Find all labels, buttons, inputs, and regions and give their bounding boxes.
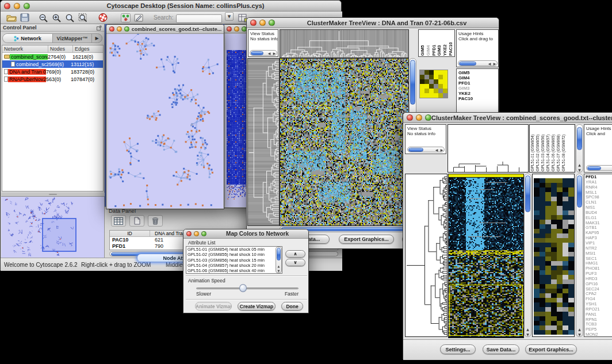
open-file-icon[interactable] bbox=[6, 13, 17, 22]
treeview2-titlebar[interactable]: ClusterMaker TreeView : combined_scores_… bbox=[403, 113, 612, 123]
tab-network[interactable]: Network bbox=[3, 34, 53, 43]
network-view-icon[interactable] bbox=[121, 13, 131, 22]
treeview2-status-hscrollbar[interactable]: ◀ ▶ bbox=[407, 147, 445, 152]
treeview2-column-dendrogram[interactable] bbox=[447, 124, 529, 173]
attribute-item[interactable]: GPL51-02 (GSM855) heat shock 10 min bbox=[186, 252, 282, 257]
column-label[interactable]: PAC10 bbox=[448, 30, 453, 56]
new-document-icon[interactable] bbox=[129, 215, 144, 227]
zoom-window-icon[interactable] bbox=[124, 26, 129, 32]
network-table-header[interactable]: Network Nodes Edges bbox=[2, 45, 103, 53]
treeview1-heatmap[interactable] bbox=[280, 58, 409, 226]
network-window-titlebar[interactable]: combined_scores_good.txt--cluste... bbox=[106, 25, 224, 34]
close-icon[interactable] bbox=[109, 26, 114, 32]
close-icon[interactable] bbox=[4, 3, 10, 9]
column-label[interactable]: GIM5 bbox=[420, 30, 425, 56]
animate-vizmap-button[interactable]: Animate Vizmap bbox=[195, 302, 232, 311]
attr-col-id[interactable]: ID bbox=[110, 231, 150, 236]
zoom-window-icon[interactable] bbox=[24, 3, 30, 9]
array-label[interactable]: GPL51-07 (GSM868) bbox=[556, 125, 561, 171]
zoom-window-icon[interactable] bbox=[269, 20, 275, 26]
minimize-icon[interactable] bbox=[14, 3, 20, 9]
tab-vizmapper[interactable]: VizMapper™ bbox=[53, 34, 91, 43]
minimize-icon[interactable] bbox=[259, 20, 266, 26]
network-table-row[interactable]: RNAPuberNov2+| 563(0) 107847(0) bbox=[2, 75, 103, 83]
column-label[interactable]: YKE2 bbox=[442, 30, 447, 56]
attribute-item[interactable]: GPL51-01 (GSM854) heat shock 05 min bbox=[186, 247, 282, 252]
treeview2-heatmap-vscrollbar[interactable]: ▲ ▼ bbox=[524, 174, 531, 337]
minimize-icon[interactable] bbox=[234, 26, 239, 32]
attribute-item[interactable]: GPL51-07 (GSM868) heat shock 60 min bbox=[186, 273, 282, 274]
column-label[interactable]: GIM4 bbox=[426, 30, 431, 56]
gene-label[interactable]: GIM3 bbox=[458, 86, 498, 91]
treeview1-status-hscrollbar[interactable]: ◀ ▶ bbox=[250, 50, 277, 56]
speed-slider-thumb[interactable] bbox=[239, 284, 247, 292]
column-label[interactable]: PFD1 bbox=[431, 30, 437, 56]
help-lifesaver-icon[interactable] bbox=[98, 13, 108, 22]
treeview1-column-dendrogram[interactable] bbox=[280, 29, 409, 58]
table-icon[interactable] bbox=[111, 215, 126, 227]
move-down-button[interactable]: ∨ bbox=[285, 259, 305, 266]
gene-label[interactable]: YKE2 bbox=[458, 91, 498, 96]
annotation-icon[interactable] bbox=[134, 13, 144, 22]
array-label[interactable]: GPL51-08 (GSM872) bbox=[561, 125, 567, 171]
chevron-down-icon[interactable]: ▼ bbox=[225, 12, 234, 21]
attribute-item[interactable]: GPL51-06 (GSM865) heat shock 40 min bbox=[186, 268, 282, 273]
network-canvas[interactable] bbox=[108, 34, 223, 208]
main-titlebar[interactable]: Cytoscape Desktop (Session Name: collins… bbox=[1, 1, 341, 12]
network-table-row[interactable]: DNA and Tran 07 769(0) 183728(0) bbox=[2, 68, 103, 75]
minimize-icon[interactable] bbox=[117, 26, 122, 32]
zoom-out-icon[interactable] bbox=[39, 13, 48, 22]
treeview2-row-dendrogram[interactable] bbox=[405, 174, 447, 337]
search-input[interactable]: ▼ bbox=[176, 12, 233, 23]
treeview1-usage-hscrollbar[interactable]: ◀ ▶ bbox=[458, 60, 498, 66]
close-icon[interactable] bbox=[186, 231, 192, 236]
birdseye-canvas[interactable] bbox=[1, 197, 104, 258]
treeview1-global-zoom-map[interactable] bbox=[419, 70, 448, 98]
gene-label[interactable]: PFD1 bbox=[458, 81, 498, 86]
settings-button[interactable]: Settings... bbox=[440, 344, 476, 354]
attribute-item[interactable]: GPL51-04 (GSM857) heat shock 20 min bbox=[186, 263, 282, 268]
array-label[interactable]: GPL51-01 (GSM854) bbox=[530, 125, 536, 171]
array-label[interactable]: GPL51-06 (GSM865) bbox=[551, 125, 556, 171]
attribute-list[interactable]: GPL51-01 (GSM854) heat shock 05 minGPL51… bbox=[186, 246, 282, 274]
birdseye-view[interactable] bbox=[1, 196, 104, 258]
network-table-row[interactable]: combined_sco 2569(6) 13112(15) bbox=[2, 60, 103, 68]
treeview2-zoom-vscrollbar[interactable]: ▲ ▼ bbox=[576, 174, 583, 337]
float-panel-icon[interactable] bbox=[97, 22, 102, 33]
attribute-list-vscrollbar[interactable]: ▲ ▼ bbox=[276, 247, 282, 273]
save-icon[interactable] bbox=[20, 13, 29, 22]
move-up-button[interactable]: ∧ bbox=[285, 250, 305, 258]
zoom-window-icon[interactable] bbox=[201, 231, 206, 236]
close-icon[interactable] bbox=[227, 26, 232, 32]
gene-label[interactable]: PAC10 bbox=[458, 96, 498, 101]
gene-label[interactable]: MON2 bbox=[586, 332, 612, 337]
close-icon[interactable] bbox=[407, 114, 413, 121]
zoom-selected-icon[interactable] bbox=[65, 13, 75, 22]
gene-label[interactable]: GIM5 bbox=[458, 70, 498, 75]
create-vizmap-button[interactable]: Create Vizmap bbox=[238, 302, 276, 311]
treeview2-heatmap[interactable] bbox=[448, 174, 524, 338]
zoom-fit-icon[interactable] bbox=[78, 13, 89, 22]
treeview1-row-dendrogram[interactable] bbox=[247, 58, 280, 226]
save-data-button[interactable]: Save Data... bbox=[483, 344, 519, 354]
column-label[interactable]: GIM3 bbox=[437, 30, 442, 56]
treeview1-titlebar[interactable]: ClusterMaker TreeView : DNA and Tran 07-… bbox=[247, 18, 499, 28]
export-graphics-button[interactable]: Export Graphics... bbox=[525, 344, 577, 354]
array-label[interactable]: GPL51-03 (GSM856) bbox=[541, 125, 546, 171]
network-table-row[interactable]: combined_scores 2764(0) 16218(0) bbox=[2, 53, 103, 60]
close-icon[interactable] bbox=[250, 20, 257, 26]
speed-slider-track[interactable] bbox=[196, 288, 299, 289]
treeview2-zoom-panel[interactable] bbox=[532, 174, 575, 337]
treeview2-labels-vscrollbar[interactable]: ▲ ▼ bbox=[576, 124, 583, 173]
minimize-icon[interactable] bbox=[416, 114, 422, 121]
array-label[interactable]: GPL51-04 (GSM857) bbox=[546, 125, 551, 171]
gene-label[interactable]: GIM4 bbox=[458, 75, 498, 81]
array-label[interactable]: GPL51-02 (GSM855) bbox=[536, 125, 541, 171]
dialog-titlebar[interactable]: Map Colors to Network bbox=[183, 229, 308, 239]
attribute-item[interactable]: GPL51-03 (GSM856) heat shock 15 min bbox=[186, 258, 282, 263]
export-graphics-button[interactable]: Export Graphics... bbox=[339, 235, 394, 244]
minimize-icon[interactable] bbox=[194, 231, 199, 236]
tab-overflow-arrow[interactable]: ▶ bbox=[91, 34, 102, 43]
delete-icon[interactable] bbox=[148, 215, 163, 227]
treeview2-usage-hscrollbar[interactable] bbox=[586, 165, 612, 171]
